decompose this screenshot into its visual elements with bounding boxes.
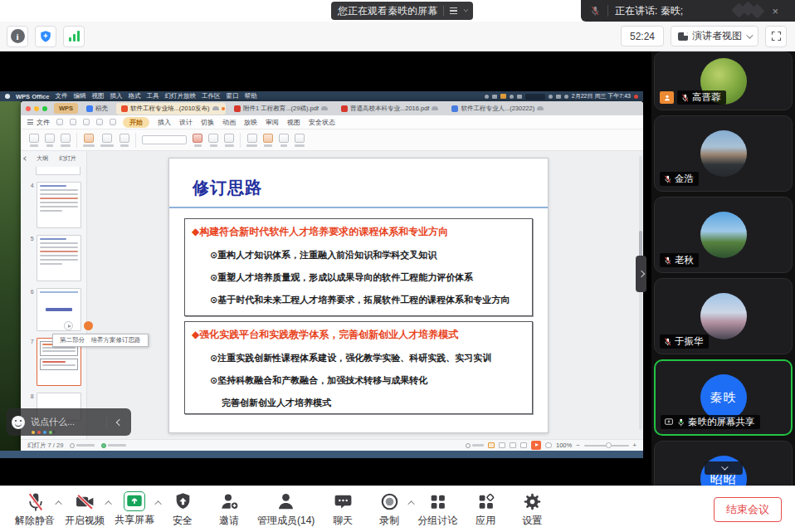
slide-thumbnail-pane: 大纲幻灯片 4 [21, 151, 87, 439]
mac-menu-item: 帮助 [244, 92, 256, 100]
expand-panel-handle[interactable] [636, 256, 646, 292]
file-type-icon [451, 105, 458, 112]
slide-bullet: ⊙基于时代和未来工程人才培养要求，拓展软件工程的课程体系和专业方向 [185, 294, 532, 306]
menu-icon[interactable] [450, 7, 457, 14]
mac-status-icons: 2月22日 周三 下午7:43 [485, 92, 638, 100]
watching-screen-label: 您正在观看秦昳的屏幕 [338, 4, 437, 18]
desktop-wallpaper [0, 101, 21, 451]
document-tab-label: 稻壳 [95, 105, 108, 113]
collapse-chat-button[interactable] [113, 416, 126, 429]
participant-tile[interactable]: 金浩 [654, 115, 793, 192]
wps-toolbar [21, 129, 643, 151]
emoji-icon[interactable] [12, 416, 25, 429]
chevron-down-icon [746, 32, 753, 38]
participant-avatar [700, 130, 747, 177]
quick-chat-bar[interactable]: 说点什么... [7, 408, 131, 436]
watching-screen-pill[interactable]: 您正在观看秦昳的屏幕 [331, 2, 473, 20]
ribbon-tab: 安全状态 [309, 118, 335, 127]
brand-logo [732, 3, 765, 18]
mac-menu-item: WPS Office [16, 93, 49, 100]
wps-office-window: WPS 稻壳 软 [21, 101, 643, 451]
slide-bullet: ⊙重构人才知识体系，注重融入前沿知识和学科交叉知识 [185, 249, 532, 261]
slide-number: 6 [26, 288, 34, 331]
slide-number: 4 [26, 182, 34, 228]
participant-tile[interactable]: 老秋 [654, 197, 793, 273]
file-type-icon [341, 105, 348, 112]
document-tab: WPS [54, 103, 78, 114]
participant-tile[interactable]: 昭昭 [654, 441, 793, 486]
share-screen-button[interactable]: 共享屏幕 [110, 488, 159, 531]
unmute-button[interactable]: 解除静音 [10, 488, 60, 531]
mac-menu-item: 插入 [110, 92, 122, 100]
document-tab-label: WPS [59, 105, 73, 112]
meeting-status-bar: i 52:24 演讲者视图 [0, 22, 795, 51]
unsaved-dot [222, 107, 225, 110]
slide-bullet: 完善创新创业人才培养模式 [185, 397, 532, 409]
document-tab-label: 附件1 工程教育...(29稿).pdf [243, 105, 319, 113]
play-from-slide-button [64, 321, 73, 330]
meeting-window: 您正在观看秦昳的屏幕 正在讲话: 秦昳; × i [0, 0, 795, 532]
view-mode-dropdown[interactable]: 演讲者视图 [671, 26, 758, 46]
mac-menu-item: 文件 [55, 92, 67, 100]
participant-name: 秦昳的屏幕共享 [688, 416, 755, 428]
cloud-sync-icon [212, 106, 219, 110]
info-icon: i [11, 29, 25, 43]
record-button[interactable]: 录制 [366, 488, 412, 531]
current-slide: 修订思路 ◆构建符合新时代软件人才培养要求的课程体系和专业方向 ⊙重构人才知识体… [168, 158, 549, 433]
network-quality-button[interactable] [63, 26, 85, 47]
avatar-initials: 秦昳 [710, 390, 737, 406]
file-type-icon [234, 105, 241, 112]
close-icon[interactable]: × [772, 6, 778, 17]
meeting-protect-button[interactable] [35, 26, 56, 47]
chat-input-placeholder[interactable]: 说点什么... [31, 416, 75, 428]
pane-tab: 幻灯片 [55, 154, 80, 164]
mac-menu-item: 幻灯片放映 [164, 92, 196, 100]
participant-tile[interactable]: 于振华 [654, 278, 793, 354]
settings-button[interactable]: 设置 [509, 488, 555, 531]
end-meeting-button[interactable]: 结束会议 [714, 497, 782, 522]
participant-tile[interactable]: 高晋蓉 [654, 51, 793, 110]
section-heading: ◆构建符合新时代软件人才培养要求的课程体系和专业方向 [185, 219, 532, 239]
participant-name: 金浩 [675, 173, 694, 185]
wps-document-tabs: WPS 稻壳 软 [21, 101, 643, 115]
participant-avatar [700, 212, 747, 258]
pane-tabs: 大纲幻灯片 [32, 154, 80, 164]
manage-members-button[interactable]: 管理成员(14) [252, 488, 319, 531]
ribbon-tabs: 开始插入设计切换动画放映审阅视图安全状态 [123, 117, 335, 128]
participant-name-label: 金浩 [660, 172, 699, 186]
mic-muted-icon [25, 491, 46, 512]
fullscreen-button[interactable] [765, 26, 787, 47]
recording-dot [634, 95, 638, 99]
divider [443, 6, 444, 16]
slide-thumbnail: 4 [21, 182, 86, 228]
mic-muted-icon [663, 256, 672, 266]
invite-button[interactable]: 邀请 [206, 488, 252, 531]
meeting-info-button[interactable]: i [7, 26, 28, 47]
apps-button[interactable]: 应用 [462, 488, 509, 531]
collapse-videos-button[interactable] [705, 461, 743, 475]
screen-share-view: WPS Office文件编辑视图插入格式工具幻灯片放映工作区窗口帮助 2月22日… [0, 51, 651, 486]
quick-reactions[interactable] [32, 431, 52, 434]
file-type-icon [86, 105, 93, 112]
chat-button[interactable]: 聊天 [319, 488, 366, 531]
start-video-button[interactable]: 开启视频 [60, 488, 110, 531]
file-menu: 文件 [27, 118, 50, 127]
slide-title: 修订思路 [193, 177, 262, 199]
fullscreen-icon [770, 30, 783, 42]
participant-avatar [700, 293, 747, 339]
participant-name-label: 老秋 [660, 253, 699, 267]
document-tab-label: 软件工程专业培...(2010发布) [130, 105, 209, 113]
breakout-rooms-button[interactable]: 分组讨论 [412, 488, 462, 531]
security-button[interactable]: 安全 [159, 488, 206, 531]
ribbon-tab: 开始 [123, 117, 149, 128]
canvas-scrollbar [639, 156, 642, 430]
speaking-indicator-panel: 正在讲话: 秦昳; × [581, 0, 795, 22]
ribbon-tab: 视图 [287, 118, 300, 127]
ribbon-tab: 审阅 [266, 118, 279, 127]
file-type-icon [121, 105, 128, 112]
participant-tile[interactable]: 秦昳 [654, 359, 793, 436]
slide-bullet: ⊙重塑人才培养质量观，形成以成果导向的软件工程能力评价体系 [185, 271, 532, 284]
document-tab-label: 普通高校本科专业...2016.pdf [350, 105, 429, 113]
mac-menu-items: WPS Office文件编辑视图插入格式工具幻灯片放映工作区窗口帮助 [16, 92, 256, 100]
participant-name-label: 于振华 [660, 334, 709, 349]
